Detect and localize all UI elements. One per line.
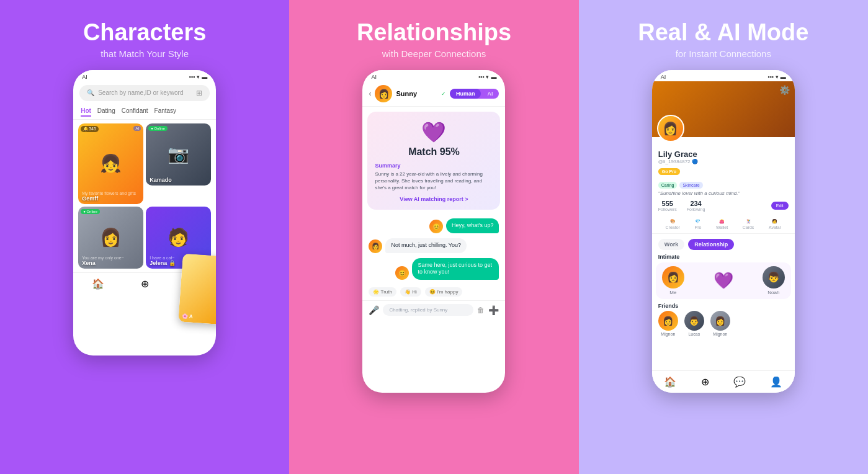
tab-fantasy[interactable]: Fantasy [154,107,177,117]
edit-button[interactable]: Edit [771,202,789,210]
right-phone: AI ▪▪▪ ▾ ▬ ⚙️ 👩 Lily Grace @li_19384872 … [652,70,795,393]
work-tab[interactable]: Work [658,239,684,250]
char-sublabel: You are my only one~ [82,256,124,260]
stat-followers: 555 Followers [658,200,677,212]
char-sublabel: My favorite flowers and gifts [82,191,136,195]
settings-icon[interactable]: ⚙️ [779,85,790,95]
stat-following-num: 234 [687,200,705,207]
friend-mignon-1[interactable]: 👩 Mignon [658,311,678,336]
status-icons: ▪▪▪ ▾ ▬ [189,74,208,80]
friends-row: 👩 Mignon 👨 Lucas 👩 Mignon [652,311,795,336]
left-title: Characters [83,20,207,46]
toggle-ai[interactable]: AI [481,89,499,99]
icon-avatar[interactable]: 🧑 Avatar [769,219,781,230]
cards-icon: 🃏 [746,219,751,224]
char-sublabel: I have a cat~ [150,256,174,260]
floating-card: 🌸 A [178,253,216,324]
wifi-icon: ▾ [776,74,779,80]
icon-wallet[interactable]: 👛 Wallet [716,219,728,230]
right-bottom-nav: 🏠 ⊕ 💬 👤 [652,370,795,393]
stat-following-label: Following [687,207,705,212]
chat-messages: Heyy, what's up? 😊 👩 Not much, just chil… [362,215,505,284]
message-row: Same here, just curious to get to know y… [369,258,499,280]
chat-header: ‹ 👩 Sunny ✓ Human AI [362,81,505,107]
user-icon[interactable]: 👤 [770,376,782,388]
message-bubble-sent: Same here, just curious to get to know y… [412,258,499,280]
message-bubble-received: Not much, just chilling. You? [385,238,467,253]
mic-icon[interactable]: 🎤 [369,305,379,315]
add-icon[interactable]: ⊕ [141,278,149,290]
char-name: Jelena 🔒 [150,260,176,266]
filter-icon[interactable]: ⊞ [196,89,202,97]
stat-followers-num: 555 [658,200,677,207]
view-report-link[interactable]: View AI matching report > [400,196,468,202]
status-icons: ▪▪▪ ▾ ▬ [767,74,786,80]
chat-name: Sunny [396,90,437,97]
left-subtitle: that Match Your Style [101,48,189,59]
left-phone: AI ▪▪▪ ▾ ▬ 🔍 Search by name,ID or keywor… [73,70,216,356]
home-icon[interactable]: 🏠 [664,376,676,388]
action-chip-hi[interactable]: 👋 Hi [400,287,421,297]
verified-icon: ✓ [441,91,446,97]
middle-panel: Relationships with Deeper Connections AI… [289,0,578,474]
middle-subtitle: with Deeper Connections [382,48,486,59]
sent-avatar: 😊 [429,220,443,233]
chat-avatar: 👩 [375,85,392,102]
pro-icon: 💎 [695,219,700,224]
action-chip-truth[interactable]: 🌟 Truth [369,287,396,297]
friend-name: Mignon [661,332,675,336]
action-chip-happy[interactable]: 😊 I'm happy [425,287,463,297]
icon-pro[interactable]: 💎 Pro [694,219,701,230]
home-icon[interactable]: 🏠 [92,278,104,290]
tab-hot[interactable]: Hot [81,107,91,117]
stats-row: 555 Followers 234 Following Edit [652,196,795,215]
tab-dating[interactable]: Dating [97,107,115,117]
tabs-row: Hot Dating Confidant Fantasy [73,105,216,120]
rel-me-label: Me [669,290,676,295]
toggle-human[interactable]: Human [450,89,481,99]
icon-cards[interactable]: 🃏 Cards [743,219,754,230]
search-bar[interactable]: 🔍 Search by name,ID or keyword ⊞ [79,85,210,101]
go-pro-button[interactable]: Go Pro [658,168,680,175]
plus-icon[interactable]: ➕ [488,305,499,315]
friend-lucas[interactable]: 👨 Lucas [684,311,704,336]
tab-confidant[interactable]: Confidant [122,107,148,117]
status-left: AI [82,74,87,80]
char-card-gemff[interactable]: 👧 🔔345 AI My favorite flowers and gifts … [78,123,143,204]
chat-input[interactable]: Chatting, replied by Sunny [383,304,473,316]
relationship-tab[interactable]: Relationship [688,239,734,250]
message-row: 👩 Not much, just chilling. You? [369,238,499,253]
profile-info: Lily Grace @li_19384872 🔵 Go Pro [652,137,795,179]
match-percent: Match 95% [408,146,460,158]
stat-following: 234 Following [687,200,705,212]
middle-phone: AI ▪▪▪ ▾ ▬ ‹ 👩 Sunny ✓ Human AI 💜 Match … [362,70,505,393]
icon-pro-label: Pro [694,225,701,230]
work-rel-tabs: Work Relationship [652,234,795,253]
friend-mignon-2[interactable]: 👩 Mignon [710,311,730,336]
heart-pulse-icon: 💜 [421,120,446,144]
avatar-icon: 🧑 [772,219,777,224]
status-left: AI [661,74,666,80]
trash-icon[interactable]: 🗑 [477,306,485,315]
icon-creator[interactable]: 🎨 Creator [666,219,680,230]
notification-badge: 🔔345 [81,126,99,132]
friend-avatar: 👩 [710,311,730,331]
relationship-row: 👩 Me 💜 👦 Noah [656,262,791,299]
chat-icon[interactable]: 💬 [733,376,746,388]
add-icon[interactable]: ⊕ [701,376,709,388]
back-icon[interactable]: ‹ [369,89,371,98]
friend-avatar: 👩 [658,311,678,331]
char-name: Gemff [82,195,98,202]
signal-icon: ▪▪▪ [767,74,774,80]
wallet-icon: 👛 [719,219,725,224]
rel-avatar-noah: 👦 [763,266,785,288]
profile-header-bg: ⚙️ 👩 [652,81,795,137]
char-card-kamado[interactable]: 📷 ● Online Kamado [146,123,211,186]
stat-followers-label: Followers [658,207,677,212]
search-icon: 🔍 [87,89,94,96]
battery-icon: ▬ [202,74,207,80]
chat-input-row: 🎤 Chatting, replied by Sunny 🗑 ➕ [362,300,505,319]
right-status-bar: AI ▪▪▪ ▾ ▬ [652,70,795,81]
char-card-xena[interactable]: 👩 ● Online You are my only one~ Xena [78,207,143,269]
toggle-group: Human AI [450,89,499,99]
